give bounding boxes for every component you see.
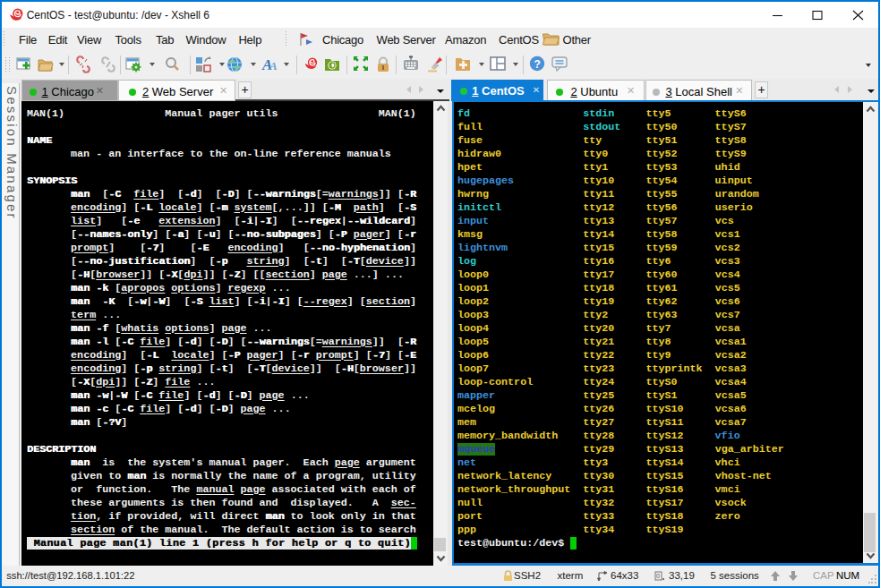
svg-text:?: ? <box>534 58 540 71</box>
svg-text:0: 0 <box>656 573 660 579</box>
svg-text:A: A <box>269 59 278 72</box>
